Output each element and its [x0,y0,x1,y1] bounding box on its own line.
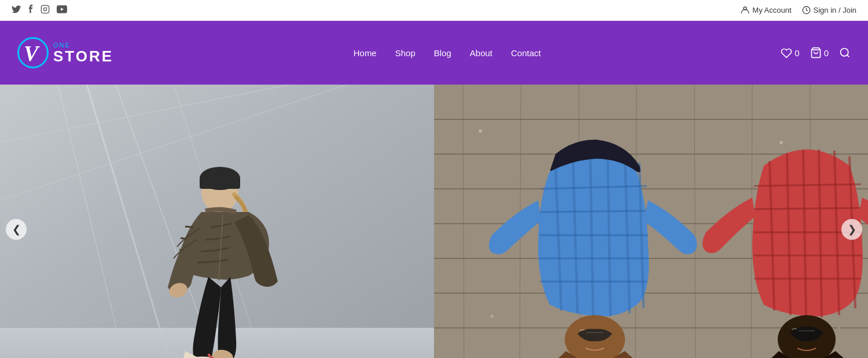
social-links [12,5,67,16]
wishlist-button[interactable]: 0 [781,48,799,58]
logo-text: one STORE [53,42,113,64]
instagram-icon[interactable] [41,5,50,16]
slider-next-button[interactable]: ❯ [841,219,862,240]
slider-prev-button[interactable]: ❮ [6,219,27,240]
header: V one STORE Home Shop Blog About Contact… [0,21,868,85]
hero-right-image [434,85,868,358]
nav-home[interactable]: Home [354,48,377,58]
svg-point-1 [43,8,46,10]
svg-point-39 [479,129,482,133]
svg-line-52 [540,211,648,212]
nav-contact[interactable]: Contact [511,48,541,58]
cart-button[interactable]: 0 [810,47,829,59]
svg-rect-0 [41,5,49,13]
svg-rect-20 [200,176,240,189]
wishlist-count: 0 [795,48,799,58]
nav-blog[interactable]: Blog [434,48,451,58]
top-bar: My Account Sign in / Join [0,0,868,21]
signin-label: Sign in / Join [814,6,856,14]
twitter-icon[interactable] [12,5,21,15]
search-button[interactable] [839,47,851,59]
facebook-icon[interactable] [28,5,34,16]
svg-point-43 [490,315,494,318]
cart-count: 0 [824,48,829,58]
hero-panel-left [0,85,434,358]
svg-line-8 [847,55,849,57]
prev-arrow-icon: ❮ [12,223,21,236]
svg-text:V: V [24,41,40,65]
logo-circle: V [17,37,49,68]
svg-line-65 [753,208,862,209]
svg-point-44 [838,327,840,329]
hero-left-image [0,85,434,358]
svg-point-41 [779,141,783,144]
signin-link[interactable]: Sign in / Join [802,6,856,14]
logo[interactable]: V one STORE [17,37,113,68]
svg-point-7 [840,49,848,56]
nav-about[interactable]: About [470,48,492,58]
my-account-label: My Account [752,6,791,14]
main-nav: Home Shop Blog About Contact [354,48,541,58]
nav-icons: 0 0 [781,47,851,59]
my-account-link[interactable]: My Account [741,6,791,14]
hero-panel-right [434,85,868,358]
nav-shop[interactable]: Shop [395,48,415,58]
youtube-icon[interactable] [57,5,67,15]
top-bar-right: My Account Sign in / Join [741,6,856,14]
next-arrow-icon: ❯ [848,223,856,236]
hero-slider: ❮ ❯ [0,85,868,358]
logo-store: STORE [53,49,113,64]
svg-point-2 [47,7,47,8]
